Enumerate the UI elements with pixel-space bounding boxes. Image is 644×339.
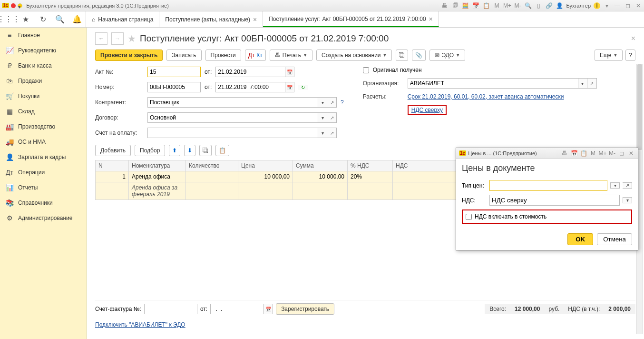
- paste-button[interactable]: 📋: [215, 145, 229, 156]
- settlements-link[interactable]: Срок 21.02.2019, 60.01, 60.02, зачет ава…: [408, 93, 564, 100]
- nav-production[interactable]: 🏭Производство: [0, 119, 86, 134]
- act-date-input[interactable]: [215, 67, 285, 77]
- refresh-icon[interactable]: ↻: [298, 85, 308, 90]
- nav-warehouse[interactable]: ▦Склад: [0, 104, 86, 119]
- nav-main[interactable]: ≡Главное: [0, 28, 86, 43]
- history-icon[interactable]: ↻: [34, 15, 51, 24]
- open-icon[interactable]: ↗: [327, 128, 337, 138]
- minimize-icon[interactable]: —: [614, 2, 621, 10]
- forward-button[interactable]: →: [111, 32, 124, 45]
- minimize-icon[interactable]: ◻: [618, 150, 625, 157]
- close-document-icon[interactable]: ×: [631, 34, 635, 43]
- col-sum[interactable]: Сумма: [293, 160, 348, 171]
- nav-references[interactable]: 📚Справочники: [0, 195, 86, 210]
- col-n[interactable]: N: [96, 160, 129, 171]
- col-qty[interactable]: Количество: [186, 160, 238, 171]
- nds-include-checkbox[interactable]: [466, 214, 472, 220]
- m-icon[interactable]: M: [589, 150, 597, 157]
- datetime-input[interactable]: [215, 82, 285, 92]
- dlg-tool-icon[interactable]: 📋: [580, 150, 587, 157]
- structure-button[interactable]: ⿻: [396, 50, 408, 61]
- nav-operations[interactable]: ДтОперации: [0, 165, 86, 180]
- m-plus-icon[interactable]: M+: [599, 150, 606, 157]
- titlebar-tool-icon[interactable]: 📋: [483, 2, 490, 10]
- info-icon[interactable]: i: [594, 2, 600, 9]
- tab-close-icon[interactable]: ×: [429, 15, 433, 23]
- dropdown-icon[interactable]: ▾: [318, 97, 327, 108]
- zoom-icon[interactable]: 🔍: [525, 2, 532, 10]
- write-button[interactable]: Записать: [166, 50, 201, 61]
- print-button[interactable]: 🖶Печать▼: [270, 50, 312, 61]
- tab-close-icon[interactable]: ×: [253, 16, 257, 23]
- close-icon[interactable]: ✕: [634, 2, 642, 10]
- panel-icon[interactable]: ▯: [535, 2, 543, 10]
- favorite-star-icon[interactable]: ★: [127, 33, 136, 44]
- sf-date-input[interactable]: [210, 304, 263, 314]
- nds-mode-link[interactable]: НДС сверху: [411, 107, 443, 113]
- calendar-icon[interactable]: 📅: [263, 304, 273, 314]
- open-icon[interactable]: ↗: [623, 182, 632, 189]
- dropdown-icon[interactable]: ▾: [318, 112, 327, 123]
- contragent-input[interactable]: [147, 97, 318, 108]
- more-button[interactable]: Еще▼: [595, 50, 623, 61]
- help-button[interactable]: ?: [625, 50, 635, 61]
- dlg-tool-icon[interactable]: 📅: [570, 150, 578, 157]
- sf-no-input[interactable]: [144, 304, 197, 314]
- select-button[interactable]: Подбор: [135, 145, 165, 156]
- open-icon[interactable]: ↗: [327, 97, 337, 108]
- titlebar-tool-icon[interactable]: 🧮: [462, 2, 469, 10]
- calendar-icon[interactable]: 📅: [285, 67, 294, 77]
- dlg-tool-icon[interactable]: 🖶: [561, 150, 568, 157]
- help-link-icon[interactable]: ?: [341, 99, 344, 106]
- invoice-acc-input[interactable]: [147, 128, 318, 138]
- tab-receipts[interactable]: Поступление (акты, накладные) ×: [159, 11, 263, 27]
- nav-assets[interactable]: 🚚ОС и НМА: [0, 134, 86, 150]
- connect-edo-link[interactable]: Подключить "АВИАБИЛЕТ" к ЭДО: [95, 321, 185, 328]
- post-button[interactable]: Провести: [205, 50, 241, 61]
- contract-input[interactable]: [147, 112, 318, 123]
- calendar-icon[interactable]: 📅: [285, 82, 294, 92]
- m-icon[interactable]: M: [493, 2, 501, 10]
- post-and-close-button[interactable]: Провести и закрыть: [95, 50, 163, 61]
- add-row-button[interactable]: Добавить: [95, 145, 131, 156]
- dropdown-icon[interactable]: ▾: [610, 182, 620, 189]
- col-nomen[interactable]: Номенклатура: [129, 160, 186, 171]
- dropdown-icon[interactable]: ▾: [318, 128, 327, 138]
- back-button[interactable]: ←: [95, 32, 107, 45]
- link-icon[interactable]: 🔗: [546, 2, 553, 10]
- notifications-icon[interactable]: 🔔: [68, 15, 86, 24]
- dropdown-icon[interactable]: ▾: [623, 197, 632, 203]
- dropdown-icon[interactable]: ▾: [603, 2, 611, 10]
- m-minus-icon[interactable]: M-: [514, 2, 522, 10]
- edo-button[interactable]: ✉ЭДО▼: [429, 50, 465, 61]
- dropdown-toggle-icon[interactable]: ▾: [18, 3, 22, 8]
- nav-admin[interactable]: ⚙Администрирование: [0, 210, 86, 226]
- col-price[interactable]: Цена: [238, 160, 293, 171]
- create-based-button[interactable]: Создать на основании▼: [316, 50, 392, 61]
- apps-icon[interactable]: ⋮⋮⋮: [0, 15, 17, 24]
- col-vat-pct[interactable]: % НДС: [348, 160, 393, 171]
- org-input[interactable]: [408, 78, 578, 89]
- dialog-cancel-button[interactable]: Отмена: [597, 233, 632, 245]
- nds-select[interactable]: [489, 195, 620, 206]
- act-no-input[interactable]: [147, 67, 201, 77]
- attach-button[interactable]: 📎: [412, 50, 426, 61]
- titlebar-tool-icon[interactable]: 📅: [472, 2, 480, 10]
- nav-reports[interactable]: 📊Отчеты: [0, 180, 86, 195]
- open-icon[interactable]: ↗: [587, 78, 597, 89]
- move-down-button[interactable]: ⬇: [184, 145, 195, 156]
- close-icon[interactable]: ✕: [627, 150, 635, 157]
- nav-manager[interactable]: 📈Руководителю: [0, 43, 86, 58]
- number-input[interactable]: [147, 82, 201, 92]
- dropdown-icon[interactable]: ▾: [578, 78, 587, 89]
- titlebar-tool-icon[interactable]: 🗐: [451, 2, 459, 10]
- search-icon[interactable]: 🔍: [51, 15, 68, 24]
- maximize-icon[interactable]: ◻: [624, 2, 632, 10]
- copy-button[interactable]: ⿻: [199, 145, 212, 156]
- dtkt-button[interactable]: ДтКт: [245, 50, 266, 61]
- price-type-input[interactable]: [489, 180, 607, 191]
- register-button[interactable]: Зарегистрировать: [276, 303, 334, 315]
- nav-salary[interactable]: 👤Зарплата и кадры: [0, 150, 86, 165]
- tab-home[interactable]: ⌂ Начальная страница: [86, 11, 159, 27]
- nav-purchases[interactable]: 🛒Покупки: [0, 89, 86, 104]
